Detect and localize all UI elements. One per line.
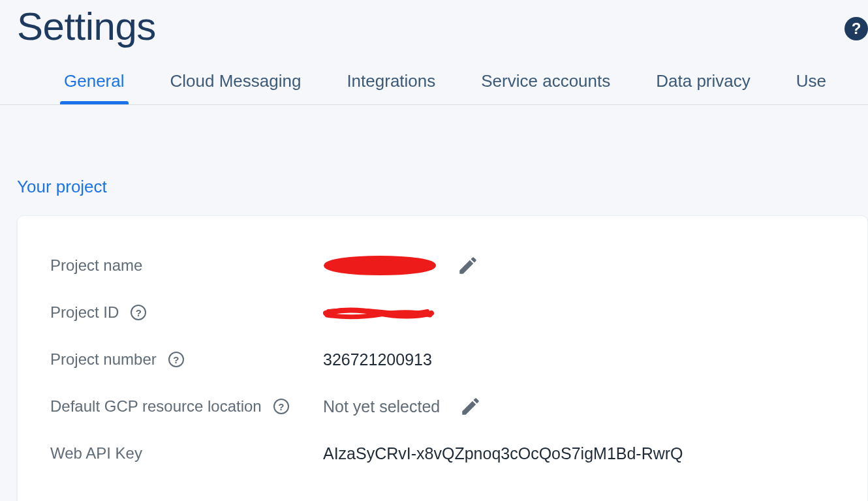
row-project-name: Project name [50, 242, 835, 289]
row-project-number: Project number ? 326721200913 [50, 336, 835, 383]
project-name-label: Project name [50, 256, 142, 275]
web-api-key-label: Web API Key [50, 444, 142, 463]
help-icon[interactable]: ? [845, 17, 868, 40]
gcp-location-value: Not yet selected [323, 397, 440, 416]
tab-users[interactable]: Use [796, 71, 826, 104]
web-api-key-value: AIzaSyCRvI-x8vQZpnoq3cOcQoS7igM1Bd-RwrQ [323, 444, 683, 463]
settings-tabs: General Cloud Messaging Integrations Ser… [0, 61, 868, 105]
project-number-value: 326721200913 [323, 350, 432, 369]
tab-general[interactable]: General [64, 71, 125, 104]
project-number-label: Project number [50, 350, 157, 369]
tab-cloud-messaging[interactable]: Cloud Messaging [170, 71, 302, 104]
tab-data-privacy[interactable]: Data privacy [656, 71, 751, 104]
tab-integrations[interactable]: Integrations [347, 71, 435, 104]
project-name-redacted [323, 254, 437, 277]
row-project-id: Project ID ? [50, 289, 835, 336]
row-web-api-key: Web API Key AIzaSyCRvI-x8vQZpnoq3cOcQoS7… [50, 430, 835, 477]
gcp-location-help-icon[interactable]: ? [273, 399, 289, 414]
tab-service-accounts[interactable]: Service accounts [481, 71, 610, 104]
tab-label: Use [796, 71, 826, 91]
tab-label: Service accounts [481, 71, 610, 91]
edit-gcp-location-button[interactable] [459, 395, 482, 418]
page-title: Settings [0, 0, 868, 61]
gcp-location-label: Default GCP resource location [50, 397, 262, 416]
edit-project-name-button[interactable] [457, 254, 479, 277]
project-id-redacted [323, 305, 434, 320]
tab-label: Integrations [347, 71, 435, 91]
project-number-help-icon[interactable]: ? [168, 352, 184, 367]
project-card: Project name Project ID ? [17, 215, 868, 501]
tab-label: General [64, 71, 125, 91]
row-gcp-location: Default GCP resource location ? Not yet … [50, 383, 835, 430]
tab-label: Data privacy [656, 71, 751, 91]
project-id-help-icon[interactable]: ? [131, 305, 146, 320]
tab-label: Cloud Messaging [170, 71, 302, 91]
project-id-label: Project ID [50, 303, 119, 322]
section-heading: Your project [0, 105, 868, 215]
